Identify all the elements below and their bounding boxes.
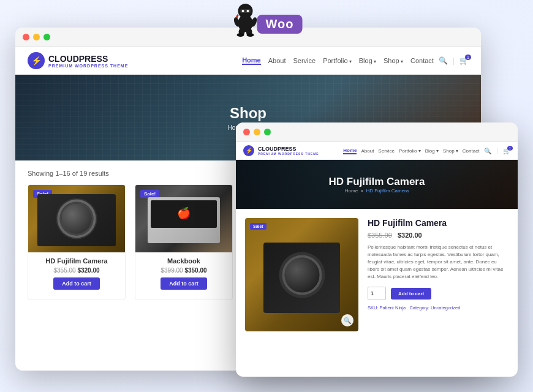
nav-about-back[interactable]: About [268, 57, 286, 64]
price-original-camera: $355.00 [53, 267, 75, 274]
hero-title-front: HD Fujifilm Camera [329, 176, 425, 188]
detail-sale-badge: Sale! [250, 223, 266, 230]
logo-area-front: ⚡ CLOUDPRESS PREMIUM WORDPRESS THEME [243, 145, 319, 156]
close-dot[interactable] [23, 34, 29, 40]
search-icon-back[interactable]: 🔍 [439, 56, 448, 65]
detail-description: Pellentesque habitant morbi tristique se… [368, 244, 508, 281]
nav-links-front: Home About Service Portfolio Blog Shop C… [343, 148, 479, 154]
detail-price: $355.00 $320.00 [368, 232, 508, 239]
close-dot-front[interactable] [243, 129, 250, 135]
nav-links-back: Home About Service Portfolio Blog Shop C… [242, 56, 434, 65]
product-name-laptop: Mackbook [142, 257, 226, 265]
cart-icon-front[interactable]: 🛒 1 [503, 148, 510, 154]
add-to-cart-camera[interactable]: Add to cart [53, 277, 100, 290]
nav-contact-back[interactable]: Contact [410, 57, 434, 64]
detail-price-sale: $320.00 [398, 232, 422, 239]
detail-product-title: HD Fujifilm Camera [368, 218, 508, 228]
product-info-laptop: Mackbook $399.00 $350.00 Add to cart [135, 252, 232, 300]
svg-point-9 [237, 33, 244, 37]
browser-chrome-front [236, 123, 518, 142]
detail-actions: Add to cart [368, 287, 508, 300]
svg-point-4 [247, 10, 249, 12]
nav-portfolio-back[interactable]: Portfolio [323, 57, 352, 64]
zoom-icon[interactable]: 🔍 [341, 314, 353, 326]
detail-add-to-cart-button[interactable]: Add to cart [391, 288, 431, 300]
nav-blog-front[interactable]: Blog [425, 148, 439, 154]
product-price-camera: $355.00 $320.00 [34, 267, 119, 274]
nav-home-front[interactable]: Home [343, 148, 357, 154]
maximize-dot[interactable] [43, 34, 50, 40]
price-original-laptop: $399.00 [161, 267, 183, 274]
hero-title-back: Shop [230, 105, 266, 122]
nav-blog-back[interactable]: Blog [359, 57, 376, 64]
sku-value: Patient Ninja [380, 305, 406, 311]
product-card-camera: Sale! HD Fujifilm Camera $355.00 $320.00… [28, 184, 126, 300]
woo-badge: Woo [257, 15, 303, 34]
minimize-dot[interactable] [33, 34, 40, 40]
maximize-dot-front[interactable] [264, 129, 271, 135]
product-info-camera: HD Fujifilm Camera $355.00 $320.00 Add t… [28, 252, 125, 300]
logo-icon-front: ⚡ [243, 145, 254, 156]
product-card-laptop: Sale! 🍎 Mackbook $399.00 $350.00 Add to … [135, 184, 233, 300]
product-img-laptop: Sale! 🍎 [135, 185, 232, 252]
category-value: Uncategorized [431, 305, 460, 311]
logo-text-back: CLOUDPRESS PREMIUM WORDPRESS THEME [48, 54, 128, 68]
laptop-body-1: 🍎 [148, 197, 220, 243]
svg-point-3 [242, 10, 244, 12]
nav-shop-front[interactable]: Shop [443, 148, 458, 154]
search-icon-front[interactable]: 🔍 [484, 148, 491, 154]
breadcrumb-home-front[interactable]: Home [345, 188, 358, 194]
sku-label: SKU: [368, 305, 380, 311]
camera-detail-lens [282, 255, 322, 295]
svg-point-10 [247, 33, 254, 37]
nav-about-front[interactable]: About [361, 148, 374, 154]
logo-area-back: ⚡ CLOUDPRESS PREMIUM WORDPRESS THEME [28, 52, 128, 69]
nav-service-back[interactable]: Service [293, 57, 316, 64]
logo-icon-back: ⚡ [28, 52, 45, 69]
nav-bar-front: ⚡ CLOUDPRESS PREMIUM WORDPRESS THEME Hom… [236, 142, 518, 160]
price-sale-laptop: $350.00 [184, 267, 206, 274]
nav-contact-front[interactable]: Contact [463, 148, 480, 154]
apple-logo-icon: 🍎 [177, 206, 191, 219]
hero-breadcrumb-front: Home » HD Fujifilm Camera [345, 188, 409, 194]
detail-price-original: $355.00 [368, 232, 392, 239]
product-img-camera: Sale! [28, 185, 125, 252]
price-sale-camera: $320.00 [77, 267, 99, 274]
nav-service-front[interactable]: Service [378, 148, 395, 154]
camera-lens-1 [60, 202, 94, 236]
svg-rect-2 [240, 9, 251, 13]
minimize-dot-front[interactable] [254, 129, 260, 135]
product-detail: Sale! 🔍 HD Fujifilm Camera $355.00 $320.… [236, 209, 518, 341]
ninja-icon [231, 0, 260, 37]
hero-front: HD Fujifilm Camera Home » HD Fujifilm Ca… [236, 160, 518, 209]
category-label: Category: [409, 305, 431, 311]
nav-portfolio-front[interactable]: Portfolio [399, 148, 421, 154]
nav-icons-back: 🔍 | 🛒 1 [439, 56, 469, 65]
front-browser-window: ⚡ CLOUDPRESS PREMIUM WORDPRESS THEME Hom… [236, 123, 518, 377]
nav-shop-back[interactable]: Shop [384, 57, 403, 64]
product-price-laptop: $399.00 $350.00 [142, 267, 226, 274]
woo-logo-container: Woo [231, 0, 303, 37]
cart-icon-back[interactable]: 🛒 1 [459, 56, 469, 65]
nav-bar-back: ⚡ CLOUDPRESS PREMIUM WORDPRESS THEME Hom… [15, 47, 481, 75]
logo-text-front: CLOUDPRESS PREMIUM WORDPRESS THEME [258, 146, 319, 156]
quantity-input[interactable] [368, 287, 386, 300]
product-detail-img: Sale! 🔍 [245, 218, 358, 331]
product-detail-info: HD Fujifilm Camera $355.00 $320.00 Pelle… [368, 218, 508, 331]
product-name-camera: HD Fujifilm Camera [34, 257, 119, 265]
nav-home-back[interactable]: Home [242, 56, 261, 65]
add-to-cart-laptop[interactable]: Add to cart [161, 277, 207, 290]
detail-meta: SKU: Patient Ninja Category: Uncategoriz… [368, 305, 508, 311]
laptop-screen-1: 🍎 [151, 200, 217, 228]
breadcrumb-current-front: HD Fujifilm Camera [366, 188, 409, 194]
nav-icons-front: 🔍 | 🛒 1 [484, 148, 510, 154]
